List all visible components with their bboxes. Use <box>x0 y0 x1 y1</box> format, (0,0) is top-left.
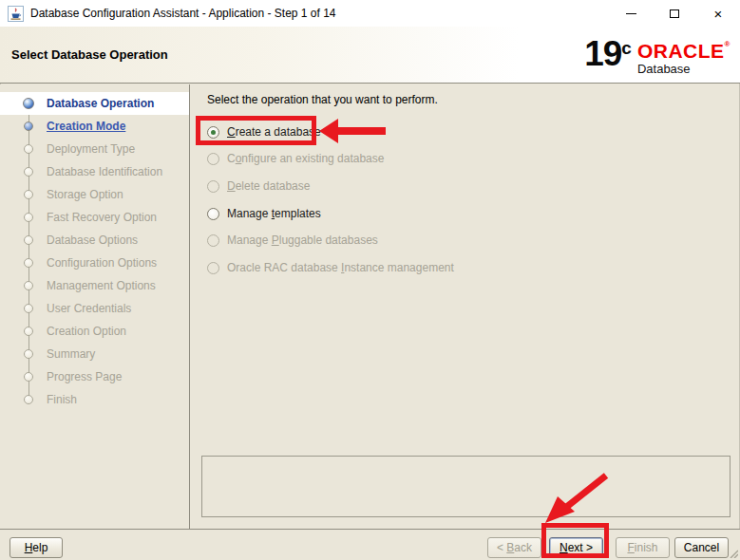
sidebar-step-deployment-type: Deployment Type <box>0 138 189 160</box>
radio-disabled-icon <box>207 234 219 247</box>
maximize-button[interactable] <box>653 0 696 27</box>
message-panel <box>201 456 731 517</box>
next-button[interactable]: Next > <box>549 537 603 558</box>
sidebar-step-creation-option: Creation Option <box>0 320 189 343</box>
main-content: Select the operation that you want to pe… <box>190 84 740 529</box>
minimize-button[interactable] <box>609 0 653 27</box>
close-button[interactable]: × <box>696 0 740 27</box>
button-bar: Help < Back Next > Finish Cancel <box>0 529 740 560</box>
sidebar-step-summary: Summary <box>0 343 189 365</box>
radio-option-create-a-database[interactable]: Create a database <box>207 122 321 141</box>
maximize-icon <box>670 9 679 18</box>
step-pending-icon <box>24 327 33 336</box>
logo-version: 19c <box>584 33 631 75</box>
step-pending-icon <box>24 258 33 268</box>
help-button[interactable]: Help <box>9 537 63 558</box>
step-pending-icon <box>24 372 33 382</box>
sidebar-step-creation-mode[interactable]: Creation Mode <box>0 115 189 138</box>
step-visited-icon <box>24 121 33 131</box>
sidebar-step-database-operation[interactable]: Database Operation <box>0 92 189 115</box>
radio-option-configure-existing-database: Configure an existing database <box>207 149 384 168</box>
sidebar-step-database-identification: Database Identification <box>0 160 189 183</box>
back-button: < Back <box>487 537 541 558</box>
sidebar-step-fast-recovery-option: Fast Recovery Option <box>0 206 189 229</box>
page-title: Select Database Operation <box>11 47 168 62</box>
sidebar-step-configuration-options: Configuration Options <box>0 252 189 274</box>
radio-option-manage-pluggable-databases: Manage Pluggable databases <box>207 231 378 250</box>
step-current-icon <box>23 98 34 109</box>
sidebar-step-storage-option: Storage Option <box>0 183 189 206</box>
cancel-button[interactable]: Cancel <box>674 537 729 558</box>
step-pending-icon <box>24 213 33 222</box>
radio-disabled-icon <box>207 180 219 193</box>
radio-unselected-icon[interactable] <box>207 208 219 220</box>
close-icon: × <box>714 7 723 21</box>
radio-option-delete-database: Delete database <box>207 177 310 196</box>
title-bar[interactable]: Database Configuration Assistant - Appli… <box>0 0 740 27</box>
radio-disabled-icon <box>207 153 219 165</box>
oracle-19c-logo: 19c ORACLE® Database <box>584 33 731 76</box>
resize-grip[interactable] <box>727 547 738 558</box>
step-pending-icon <box>24 190 33 199</box>
oracle-wordmark: ORACLE® <box>637 40 731 62</box>
radio-selected-icon[interactable] <box>207 126 219 139</box>
step-pending-icon <box>24 304 33 313</box>
radio-option-oracle-rac-instance-management: Oracle RAC database Instance management <box>207 258 454 277</box>
dbca-window: Database Configuration Assistant - Appli… <box>0 0 740 560</box>
step-pending-icon <box>24 349 33 359</box>
sidebar-step-management-options: Management Options <box>0 274 189 297</box>
step-pending-icon <box>24 281 33 290</box>
wizard-steps-sidebar: Database Operation Creation Mode Deploym… <box>0 84 190 529</box>
window-title: Database Configuration Assistant - Appli… <box>30 7 336 20</box>
sidebar-step-finish: Finish <box>0 388 189 411</box>
sidebar-step-user-credentials: User Credentials <box>0 297 189 320</box>
step-pending-icon <box>24 144 33 154</box>
step-pending-icon <box>24 235 33 245</box>
instruction-text: Select the operation that you want to pe… <box>207 93 438 106</box>
radio-disabled-icon <box>207 262 219 274</box>
finish-button: Finish <box>616 537 670 558</box>
wizard-header: Select Database Operation 19c ORACLE® Da… <box>0 27 740 84</box>
step-pending-icon <box>24 395 33 404</box>
sidebar-step-database-options: Database Options <box>0 229 189 252</box>
logo-product: Database <box>637 62 731 76</box>
step-pending-icon <box>24 167 33 177</box>
radio-option-manage-templates[interactable]: Manage templates <box>207 204 321 223</box>
java-app-icon <box>8 6 24 22</box>
minimize-icon <box>626 13 636 14</box>
sidebar-step-progress-page: Progress Page <box>0 365 189 388</box>
